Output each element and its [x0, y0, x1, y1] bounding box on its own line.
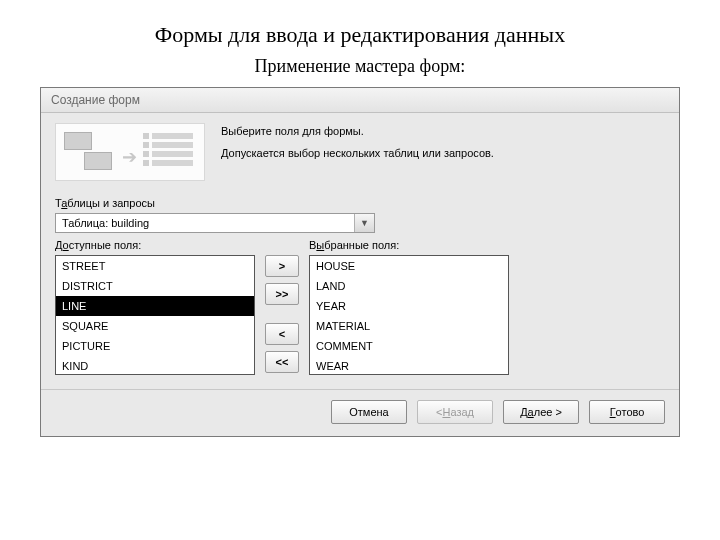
finish-button[interactable]: Готово	[589, 400, 665, 424]
arrow-icon: ➔	[122, 146, 137, 168]
remove-all-fields-button[interactable]: <<	[265, 351, 299, 373]
tables-queries-combo[interactable]: Таблица: building ▼	[55, 213, 375, 233]
add-field-button[interactable]: >	[265, 255, 299, 277]
move-buttons: > >> < <<	[265, 239, 299, 373]
back-button: < Назад	[417, 400, 493, 424]
wizard-illustration: ➔	[55, 123, 205, 181]
available-fields-list[interactable]: STREETDISTRICTLINESQUAREPICTUREKINDELEVA…	[55, 255, 255, 375]
chevron-down-icon[interactable]: ▼	[354, 214, 374, 232]
cancel-button[interactable]: Отмена	[331, 400, 407, 424]
list-item[interactable]: YEAR	[310, 296, 508, 316]
list-item[interactable]: PICTURE	[56, 336, 254, 356]
next-button[interactable]: Далее >	[503, 400, 579, 424]
dialog-titlebar: Создание форм	[41, 88, 679, 113]
list-item[interactable]: COMMENT	[310, 336, 508, 356]
add-all-fields-button[interactable]: >>	[265, 283, 299, 305]
available-fields-label: Доступные поля:	[55, 239, 255, 251]
slide-title: Формы для ввода и редактирования данных	[20, 22, 700, 48]
remove-field-button[interactable]: <	[265, 323, 299, 345]
list-item[interactable]: STREET	[56, 256, 254, 276]
list-item[interactable]: WEAR	[310, 356, 508, 375]
selected-fields-list[interactable]: HOUSELANDYEARMATERIALCOMMENTWEARCOST	[309, 255, 509, 375]
header-instruction: Выберите поля для формы.	[221, 125, 665, 137]
header-subinstruction: Допускается выбор нескольких таблиц или …	[221, 147, 665, 159]
list-item[interactable]: LAND	[310, 276, 508, 296]
selected-fields-label: Выбранные поля:	[309, 239, 509, 251]
list-item[interactable]: MATERIAL	[310, 316, 508, 336]
list-item[interactable]: SQUARE	[56, 316, 254, 336]
dialog-header: ➔ Выберите поля для формы. Допускается в…	[41, 113, 679, 187]
list-item[interactable]: HOUSE	[310, 256, 508, 276]
combo-value: Таблица: building	[56, 214, 354, 232]
dialog-header-text: Выберите поля для формы. Допускается выб…	[221, 123, 665, 159]
tables-queries-label: Таблицы и запросы	[55, 197, 665, 209]
list-item[interactable]: DISTRICT	[56, 276, 254, 296]
slide-subtitle: Применение мастера форм:	[20, 56, 700, 77]
wizard-footer: Отмена < Назад Далее > Готово	[41, 389, 679, 436]
list-item[interactable]: LINE	[56, 296, 254, 316]
wizard-dialog: Создание форм ➔ Выберите поля для формы.…	[40, 87, 680, 437]
list-item[interactable]: KIND	[56, 356, 254, 375]
